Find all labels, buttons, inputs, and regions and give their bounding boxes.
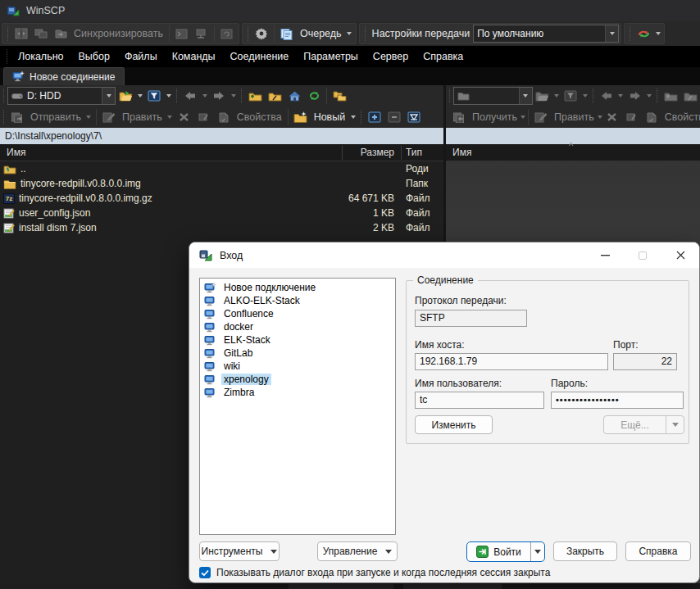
properties-button[interactable]: Свойства <box>234 111 285 123</box>
menu-remote[interactable]: Сервер <box>366 51 416 62</box>
filter-dropdown[interactable] <box>164 87 173 105</box>
queue-button[interactable]: Очередь <box>297 28 345 39</box>
show-login-dialog-option[interactable]: Показывать диалог входа при запуске и ко… <box>199 567 550 578</box>
root-directory-icon[interactable] <box>265 87 284 105</box>
site-list[interactable]: Новое подключение ALKO-ELK-Stack Conflue… <box>199 278 396 535</box>
upload-icon[interactable] <box>7 108 27 126</box>
filter-dropdown[interactable] <box>580 87 589 105</box>
upload-button[interactable]: Отправить <box>27 111 84 123</box>
edit-session-button[interactable]: Изменить <box>415 415 493 434</box>
site-item[interactable]: ALKO-ELK-Stack <box>200 294 395 307</box>
edit-file-icon[interactable] <box>531 108 551 126</box>
checkbox-checked-icon[interactable] <box>199 567 211 578</box>
console-icon[interactable] <box>172 25 192 43</box>
maximize-button[interactable] <box>624 242 661 268</box>
login-button[interactable]: Войти <box>466 541 545 562</box>
menu-files[interactable]: Файлы <box>117 51 165 62</box>
local-path-bar[interactable]: D:\Install\xpenology\7\ <box>0 128 443 144</box>
root-directory-icon[interactable] <box>680 87 700 105</box>
synchronize-color-dropdown[interactable] <box>653 25 662 43</box>
minimize-button[interactable] <box>586 242 624 268</box>
back-icon[interactable] <box>597 87 616 105</box>
forward-icon[interactable] <box>625 87 645 105</box>
edit-file-dropdown[interactable] <box>166 108 175 126</box>
new-item-button[interactable]: Новый <box>311 111 349 123</box>
menu-commands[interactable]: Команды <box>165 51 223 62</box>
tools-button[interactable]: Инструменты <box>199 541 280 561</box>
advanced-button[interactable]: Ещё... <box>603 415 684 434</box>
filter-icon[interactable] <box>144 87 164 105</box>
file-row[interactable]: user_config.json 1 KB Файл <box>0 206 443 220</box>
advanced-dropdown[interactable] <box>666 416 684 433</box>
local-drive-combobox[interactable]: D: HDD <box>7 87 116 105</box>
toolbar-grip[interactable] <box>628 26 632 41</box>
site-item-new[interactable]: Новое подключение <box>200 281 395 294</box>
file-row[interactable]: install dism 7.json 2 KB Файл <box>0 220 443 235</box>
remote-dir-dropdown[interactable] <box>519 88 532 104</box>
host-field[interactable]: 192.168.1.79 <box>415 353 608 370</box>
forward-icon[interactable] <box>209 87 229 105</box>
column-header-name[interactable]: Имя <box>7 147 25 158</box>
help-button[interactable]: Справка <box>625 541 691 561</box>
column-header-type[interactable]: Тип <box>406 147 422 158</box>
edit-file-button[interactable]: Править <box>551 111 598 123</box>
directory-tree-icon[interactable] <box>330 87 349 105</box>
login-dropdown[interactable] <box>530 542 544 561</box>
back-dropdown[interactable] <box>200 87 209 105</box>
toolbar-grip[interactable] <box>2 110 6 125</box>
open-directory-icon[interactable] <box>533 87 552 105</box>
forward-dropdown[interactable] <box>645 87 654 105</box>
toolbar-grip[interactable] <box>6 26 10 41</box>
filter-icon[interactable] <box>561 87 580 105</box>
refresh-disabled-icon[interactable] <box>217 25 237 43</box>
queue-dropdown[interactable] <box>345 25 354 43</box>
properties-icon[interactable] <box>214 108 234 126</box>
synchronize-button[interactable]: Синхронизировать <box>70 28 166 39</box>
open-directory-icon[interactable] <box>116 87 135 105</box>
panel-collapse-chevron[interactable]: ^ <box>569 141 573 151</box>
port-field[interactable]: 22 <box>613 353 677 370</box>
synchronize-browsing-icon[interactable] <box>31 25 51 43</box>
site-item[interactable]: Zimbra <box>200 386 395 399</box>
file-row[interactable]: tinycore-redpill.v0.8.0.0.img Папк <box>0 176 443 191</box>
menu-help[interactable]: Справка <box>416 51 470 62</box>
back-icon[interactable] <box>180 87 200 105</box>
toolbar-grip[interactable] <box>2 88 6 103</box>
refresh-icon[interactable] <box>304 87 324 105</box>
toolbar-grip[interactable] <box>359 110 363 125</box>
edit-file-button[interactable]: Править <box>119 111 166 123</box>
toolbar-grip[interactable] <box>175 88 179 103</box>
open-directory-dropdown[interactable] <box>135 87 144 105</box>
gear-icon[interactable] <box>252 25 271 43</box>
site-item[interactable]: Confluence <box>200 307 395 320</box>
menu-options[interactable]: Параметры <box>296 51 366 62</box>
toolbar-grip[interactable] <box>591 88 595 103</box>
password-field[interactable]: •••••••••••••••• <box>551 392 684 409</box>
toolbar-grip[interactable] <box>448 88 452 103</box>
parent-directory-icon[interactable] <box>245 87 265 105</box>
home-icon[interactable] <box>284 87 304 105</box>
open-directory-dropdown[interactable] <box>552 87 561 105</box>
select-add-icon[interactable] <box>365 108 384 126</box>
file-row[interactable]: 7z tinycore-redpill.v0.8.0.0.img.gz 64 6… <box>0 191 443 206</box>
remote-dir-combobox[interactable] <box>453 87 533 105</box>
back-dropdown[interactable] <box>616 87 625 105</box>
close-button[interactable] <box>661 242 699 268</box>
file-row[interactable]: .. Роди <box>0 161 443 176</box>
toolbar-grip[interactable] <box>246 26 250 41</box>
tab-new-session[interactable]: Новое соединение <box>3 67 125 85</box>
synchronize-icon[interactable] <box>51 25 70 43</box>
commander-layout-icon[interactable] <box>11 25 31 43</box>
username-field[interactable]: tc <box>415 392 544 409</box>
synchronize-color-icon[interactable] <box>634 25 653 43</box>
rename-icon[interactable] <box>194 108 214 126</box>
menubar-grip[interactable] <box>5 49 9 64</box>
local-drive-dropdown[interactable] <box>102 88 115 104</box>
menu-local[interactable]: Локально <box>11 51 71 62</box>
protocol-field[interactable]: SFTP <box>415 310 527 327</box>
upload-dropdown[interactable] <box>84 108 93 126</box>
parent-directory-icon[interactable] <box>661 87 680 105</box>
menu-session[interactable]: Соединение <box>223 51 297 62</box>
login-dialog-titlebar[interactable]: Вход <box>189 242 699 268</box>
network-drive-icon[interactable] <box>192 25 211 43</box>
